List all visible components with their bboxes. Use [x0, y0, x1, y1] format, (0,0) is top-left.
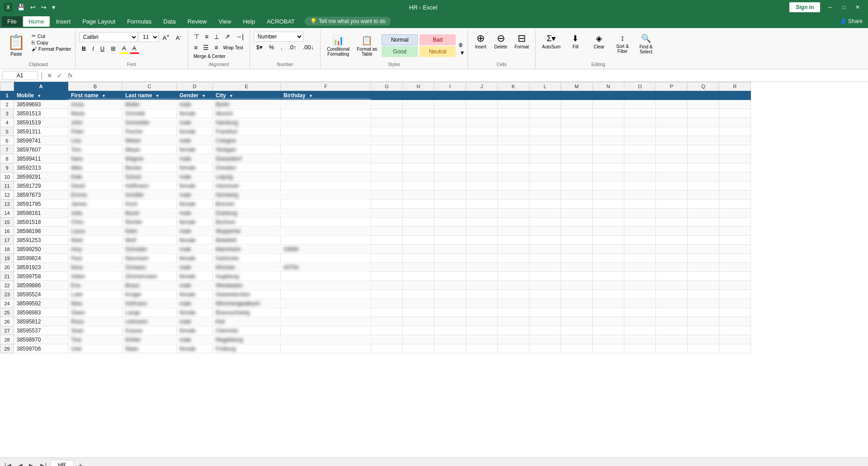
cell-d19[interactable]: female: [177, 254, 213, 263]
row-num-10[interactable]: 10: [0, 172, 14, 181]
cell-c17[interactable]: Wolf: [123, 236, 177, 245]
cell-f18[interactable]: 43890: [281, 245, 371, 254]
decrease-decimal-button[interactable]: .00↓: [300, 43, 317, 52]
cell-d7[interactable]: female: [177, 145, 213, 154]
cell-empty-21-8[interactable]: [624, 272, 656, 281]
cell-empty-26-6[interactable]: [561, 317, 593, 326]
cell-empty-5-3[interactable]: [466, 127, 498, 136]
cell-c11[interactable]: Hoffmann: [123, 181, 177, 190]
row-num-7[interactable]: 7: [0, 145, 14, 154]
cell-empty-12-11[interactable]: [719, 190, 751, 200]
orientation-button[interactable]: ↗: [222, 32, 232, 42]
cell-empty-22-9[interactable]: [656, 281, 688, 290]
cell-empty-2-11[interactable]: [719, 100, 751, 109]
cell-e3[interactable]: Munich: [213, 109, 281, 118]
cell-empty-10-6[interactable]: [561, 172, 593, 181]
merge-center-button[interactable]: Merge & Center: [192, 53, 227, 59]
cell-b23[interactable]: Luke: [68, 290, 123, 299]
cell-empty-23-3[interactable]: [466, 290, 498, 299]
cell-empty-20-1[interactable]: [403, 263, 434, 272]
cell-empty-13-5[interactable]: [529, 200, 561, 209]
cell-empty-22-8[interactable]: [624, 281, 656, 290]
cell-empty-19-1[interactable]: [403, 254, 434, 263]
cell-empty-20-2[interactable]: [434, 263, 466, 272]
cell-e6[interactable]: Cologne: [213, 136, 281, 145]
cell-c27[interactable]: Krause: [123, 326, 177, 335]
cell-empty-23-7[interactable]: [593, 290, 624, 299]
cell-b19[interactable]: Paul: [68, 254, 123, 263]
cell-empty-9-6[interactable]: [561, 163, 593, 172]
style-good[interactable]: Good: [382, 46, 418, 57]
cell-f3[interactable]: [281, 109, 371, 118]
cell-empty-3-0[interactable]: [371, 109, 403, 118]
cell-empty-10-3[interactable]: [466, 172, 498, 181]
cell-empty-24-4[interactable]: [498, 299, 529, 308]
cell-b2[interactable]: Anna: [68, 100, 123, 109]
conditional-formatting-button[interactable]: 📊 Conditional Formatting: [324, 33, 352, 58]
cell-empty-3-2[interactable]: [434, 109, 466, 118]
cell-b13[interactable]: James: [68, 200, 123, 209]
cell-f12[interactable]: [281, 190, 371, 200]
cell-l1[interactable]: [529, 91, 561, 100]
cell-e2[interactable]: Berlin: [213, 100, 281, 109]
cell-d12[interactable]: male: [177, 190, 213, 200]
cell-d3[interactable]: female: [177, 109, 213, 118]
cell-empty-19-7[interactable]: [593, 254, 624, 263]
sort-filter-button[interactable]: ↕ Sort & Filter: [611, 32, 634, 56]
cell-d14[interactable]: male: [177, 209, 213, 218]
close-button[interactable]: ✕: [851, 2, 864, 12]
cell-empty-19-4[interactable]: [498, 254, 529, 263]
cell-e29[interactable]: Freiburg: [213, 344, 281, 353]
cell-empty-13-10[interactable]: [688, 200, 719, 209]
menu-acrobat[interactable]: ACROBAT: [261, 16, 300, 27]
cell-f29[interactable]: [281, 344, 371, 353]
cell-empty-19-10[interactable]: [688, 254, 719, 263]
cell-empty-29-4[interactable]: [498, 344, 529, 353]
cell-empty-15-5[interactable]: [529, 218, 561, 227]
format-as-table-button[interactable]: 📋 Format as Table: [354, 33, 380, 58]
cell-a17[interactable]: 38591253: [14, 236, 68, 245]
cell-a22[interactable]: 38599886: [14, 281, 68, 290]
cell-e21[interactable]: Augsburg: [213, 272, 281, 281]
cell-b8[interactable]: Sara: [68, 154, 123, 163]
align-bottom-button[interactable]: ⊥: [212, 32, 222, 42]
row-num-21[interactable]: 21: [0, 272, 14, 281]
cell-empty-24-7[interactable]: [593, 299, 624, 308]
cell-empty-2-6[interactable]: [561, 100, 593, 109]
cell-empty-10-9[interactable]: [656, 172, 688, 181]
cell-empty-5-4[interactable]: [498, 127, 529, 136]
cell-empty-22-10[interactable]: [688, 281, 719, 290]
cell-empty-10-10[interactable]: [688, 172, 719, 181]
cell-f14[interactable]: [281, 209, 371, 218]
cell-empty-7-7[interactable]: [593, 145, 624, 154]
cell-e20[interactable]: Münster: [213, 263, 281, 272]
cell-empty-22-6[interactable]: [561, 281, 593, 290]
col-header-i[interactable]: I: [434, 82, 466, 91]
cell-empty-8-11[interactable]: [719, 154, 751, 163]
cell-empty-19-3[interactable]: [466, 254, 498, 263]
cell-empty-16-9[interactable]: [656, 227, 688, 236]
cell-f25[interactable]: [281, 308, 371, 317]
cell-empty-14-0[interactable]: [371, 209, 403, 218]
cell-empty-19-2[interactable]: [434, 254, 466, 263]
menu-file[interactable]: File: [2, 16, 22, 27]
row-num-2[interactable]: 2: [0, 100, 14, 109]
cell-empty-18-4[interactable]: [498, 245, 529, 254]
cell-empty-28-5[interactable]: [529, 335, 561, 344]
cell-b11[interactable]: David: [68, 181, 123, 190]
cell-f24[interactable]: [281, 299, 371, 308]
cell-empty-26-1[interactable]: [403, 317, 434, 326]
cell-empty-11-2[interactable]: [434, 181, 466, 190]
cell-d24[interactable]: male: [177, 299, 213, 308]
cell-f21[interactable]: [281, 272, 371, 281]
cell-e18[interactable]: Mannheim: [213, 245, 281, 254]
col-header-j[interactable]: J: [466, 82, 498, 91]
cell-empty-6-7[interactable]: [593, 136, 624, 145]
cell-empty-8-1[interactable]: [403, 154, 434, 163]
cell-a18[interactable]: 38599250: [14, 245, 68, 254]
cell-empty-19-0[interactable]: [371, 254, 403, 263]
cell-d23[interactable]: female: [177, 290, 213, 299]
col-header-a[interactable]: A: [14, 82, 68, 91]
cell-empty-23-1[interactable]: [403, 290, 434, 299]
cell-empty-6-11[interactable]: [719, 136, 751, 145]
